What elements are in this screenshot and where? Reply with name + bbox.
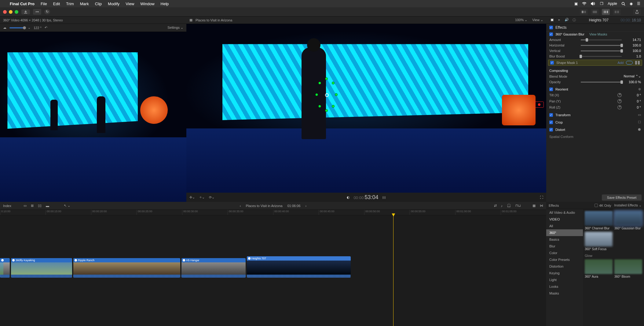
reorient-header[interactable]: ✓ Reorient ⊕	[546, 85, 644, 92]
select-tool-icon[interactable]: ↖ ⌄	[64, 204, 70, 208]
effects-category-item[interactable]: Light	[546, 276, 583, 283]
pan-dial[interactable]	[617, 99, 622, 103]
timeline-clip[interactable]	[0, 258, 10, 278]
effect-thumbnail[interactable]: 360° Soft Focus	[585, 232, 613, 251]
effects-category-item[interactable]: Blur	[546, 243, 583, 250]
effect-thumbnail[interactable]: 360° Bloom	[614, 259, 642, 278]
effects-browser-icon[interactable]: ▦	[532, 204, 536, 208]
tilt-dial[interactable]	[617, 93, 622, 97]
overwrite-clip-icon[interactable]: ▬	[46, 204, 49, 208]
skimming-icon[interactable]: ⇄	[494, 204, 497, 208]
menu-clip[interactable]: Clip	[95, 2, 102, 6]
menu-view[interactable]: View	[126, 2, 134, 6]
timeline-clip[interactable]: 360fly Kayaking	[11, 258, 72, 278]
keyword-button[interactable]: ⊶	[33, 9, 41, 15]
reset-angle-icon[interactable]: ↶	[45, 26, 47, 30]
crop-header[interactable]: ✓ Crop ☐	[546, 118, 644, 125]
notifications-icon[interactable]: ☰	[637, 2, 640, 6]
effect-thumbnail[interactable]: 360° Channel Blur	[585, 211, 613, 230]
shape-mask-checkbox[interactable]: ✓	[550, 61, 554, 65]
vertical-slider[interactable]	[581, 50, 622, 51]
effects-category-item[interactable]: All Video & Audio	[546, 209, 583, 216]
zoom-window-button[interactable]	[15, 10, 18, 14]
menu-trim[interactable]: Trim	[66, 2, 74, 6]
spotlight-icon[interactable]	[621, 2, 625, 6]
effects-category-item[interactable]: Color	[546, 250, 583, 256]
compositing-header[interactable]: Compositing	[546, 66, 644, 73]
menu-window[interactable]: Window	[140, 2, 154, 6]
effects-category-item[interactable]: Keying	[546, 270, 583, 276]
menu-help[interactable]: Help	[161, 2, 169, 6]
inspector-info-tab-icon[interactable]: ⓘ	[571, 18, 577, 22]
menu-mark[interactable]: Mark	[80, 2, 89, 6]
timeline-next-icon[interactable]: ›	[306, 204, 307, 208]
display-icon[interactable]: ❐	[600, 2, 603, 6]
angle-dropdown-icon[interactable]: ⌄	[28, 26, 31, 30]
play-pause-hint-icon[interactable]: ▮▮	[382, 195, 386, 199]
menu-file[interactable]: File	[41, 2, 47, 6]
fullscreen-icon[interactable]: ⛶	[540, 195, 543, 199]
effects-section-header[interactable]: ✓ Effects	[546, 24, 644, 31]
effect-thumbnail[interactable]: 360° Gaussian Blur	[614, 211, 642, 230]
timeline-playhead[interactable]	[393, 215, 393, 326]
sky-slider[interactable]	[9, 27, 25, 28]
app-name[interactable]: Final Cut Pro	[10, 2, 35, 6]
siri-icon[interactable]: ◉	[630, 2, 633, 6]
bg-tasks-button[interactable]: ↻	[44, 9, 50, 14]
enhance-menu-icon[interactable]: ✧⌄	[199, 195, 205, 199]
browser-360-view[interactable]	[0, 32, 186, 202]
save-effects-preset-button[interactable]: Save Effects Preset	[602, 194, 642, 201]
timeline-clip[interactable]: Heights 707	[247, 256, 351, 278]
menu-modify[interactable]: Modify	[108, 2, 119, 6]
viewer-360-icon[interactable]: ▦	[189, 18, 192, 22]
audio-skimming-icon[interactable]: ♪	[501, 204, 503, 208]
timeline-ruler[interactable]: 0:10:0000:00:15:00 00:00:20:0000:00:25:0…	[0, 210, 546, 215]
share-button[interactable]	[633, 9, 641, 15]
effect-gaussian-blur-header[interactable]: ✓ 360° Gaussian Blur View Masks	[546, 31, 644, 37]
import-button[interactable]	[21, 9, 30, 14]
skimmer-playhead-icon[interactable]: ◐	[347, 195, 350, 199]
effects-category-item[interactable]: All	[546, 223, 583, 229]
snapping-icon[interactable]: ⊓⊔	[515, 204, 521, 208]
append-clip-icon[interactable]: ▯▯	[38, 204, 42, 208]
effect-thumbnail[interactable]: 360° Aura	[585, 259, 613, 278]
transform-header[interactable]: ✓ Transform ▭	[546, 110, 644, 118]
shape-mask-icon[interactable]	[626, 61, 633, 65]
solo-icon[interactable]: 🎧	[507, 204, 511, 208]
connect-clip-icon[interactable]: ▭	[24, 204, 27, 208]
distort-header[interactable]: ✓ Distort ⬢	[546, 125, 644, 132]
layout-timeline-button[interactable]	[591, 9, 599, 15]
retime-menu-icon[interactable]: ✢⌄	[189, 195, 195, 199]
horizontal-slider[interactable]	[581, 45, 622, 46]
effects-category-item[interactable]: VIDEO	[546, 216, 583, 223]
layout-dual-button[interactable]	[613, 9, 621, 15]
shape-mask-row[interactable]: ✓ Shape Mask 1 Add	[548, 60, 642, 66]
add-mask-link[interactable]: Add	[617, 61, 624, 65]
view-masks-link[interactable]: View Masks	[589, 32, 607, 36]
timeline-prev-icon[interactable]: ‹	[240, 204, 241, 208]
timeline-clip[interactable]: Ripple Ranch	[73, 258, 180, 278]
installed-effects-dropdown[interactable]: Installed Effects ⌄	[614, 203, 642, 207]
spatial-conform-header[interactable]: Spatial Conform	[546, 132, 644, 139]
cloud-icon[interactable]: ☁	[3, 26, 6, 30]
opacity-slider[interactable]	[581, 82, 622, 83]
transitions-browser-icon[interactable]: ⋈	[540, 204, 543, 208]
effects-category-item[interactable]: Looks	[546, 283, 583, 290]
transform-checkbox[interactable]: ✓	[549, 113, 553, 117]
inspector-generator-tab-icon[interactable]: ▸	[557, 18, 562, 22]
crop-checkbox[interactable]: ✓	[549, 120, 553, 124]
effects-category-item[interactable]: Masks	[546, 290, 583, 297]
browser-settings-dropdown[interactable]: Settings ⌄	[167, 26, 183, 30]
screenrecord-icon[interactable]: ▣	[574, 2, 578, 6]
reorient-onscreen-icon[interactable]: ⊕	[638, 87, 641, 91]
wifi-icon[interactable]	[582, 2, 587, 6]
layout-inspector-button[interactable]	[602, 9, 610, 15]
effects-category-item[interactable]: Distortion	[546, 263, 583, 270]
effects-category-item[interactable]: 360°	[546, 229, 583, 236]
roll-dial[interactable]	[617, 105, 622, 109]
minimize-window-button[interactable]	[9, 10, 13, 14]
amount-slider[interactable]	[581, 39, 622, 40]
timeline-index-button[interactable]: Index	[3, 204, 11, 208]
blend-mode-select[interactable]: Normal ⌃⌄	[624, 74, 641, 78]
effects-category-item[interactable]: Color Presets	[546, 256, 583, 263]
